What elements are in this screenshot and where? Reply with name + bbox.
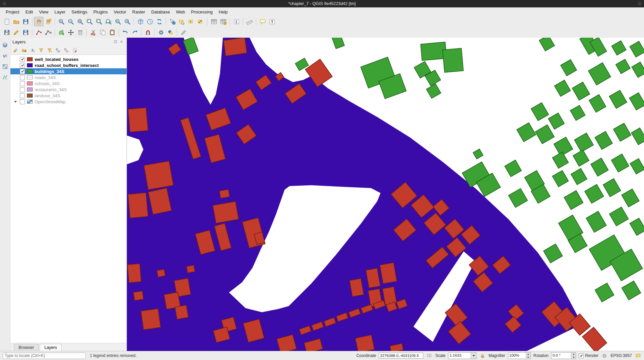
layer-visibility-checkbox[interactable]: [20, 57, 25, 62]
magnifier-spinbox[interactable]: [508, 352, 531, 359]
magnifier-up[interactable]: [526, 353, 531, 356]
zoom-full-button[interactable]: [85, 17, 94, 26]
rotation-input[interactable]: [551, 353, 571, 358]
render-checkbox-box[interactable]: [579, 353, 584, 358]
zoom-to-selection-button[interactable]: [94, 17, 104, 26]
layer-visibility-checkbox[interactable]: [20, 87, 25, 92]
layer-expander-icon[interactable]: [13, 99, 18, 104]
add-vector-layer-button[interactable]: V: [1, 52, 9, 60]
scale-input[interactable]: [448, 353, 471, 358]
layer-item-OpenStreetMap[interactable]: OpenStreetMap: [10, 99, 127, 105]
panel-tab-browser[interactable]: Browser: [14, 344, 39, 351]
deselect-all-button[interactable]: [196, 17, 205, 26]
layer-item-landuse_34S[interactable]: landuse_34S: [10, 93, 127, 99]
save-project-button[interactable]: [21, 17, 30, 26]
layer-item-roads_34S[interactable]: roads_34S: [10, 74, 127, 80]
open-attribute-table-button[interactable]: [209, 17, 218, 26]
menu-item-plugins[interactable]: Plugins: [90, 8, 111, 16]
refresh-button[interactable]: [155, 17, 164, 26]
temporal-control-button[interactable]: [145, 17, 155, 26]
layer-visibility-checkbox[interactable]: [20, 93, 25, 98]
pan-map-button[interactable]: [34, 17, 43, 26]
menu-item-edit[interactable]: Edit: [22, 8, 36, 16]
layer-item-well_located_houses[interactable]: well_located_houses: [10, 56, 127, 62]
select-features-button[interactable]: [177, 17, 187, 26]
render-checkbox[interactable]: Render: [579, 353, 598, 358]
panel-tab-layers[interactable]: Layers: [40, 344, 62, 351]
panel-close-button[interactable]: [118, 39, 125, 45]
delete-selected-button[interactable]: [75, 28, 85, 37]
new-3d-map-button[interactable]: [136, 17, 145, 26]
paste-features-button[interactable]: [107, 28, 117, 37]
menu-item-layer[interactable]: Layer: [52, 8, 69, 16]
zoom-to-layer-button[interactable]: [104, 17, 113, 26]
crs-icon[interactable]: [601, 352, 608, 359]
add-group-button[interactable]: [21, 46, 28, 54]
log-messages-icon[interactable]: [635, 352, 641, 359]
remove-layer-group-button[interactable]: [71, 46, 78, 54]
layer-item-buildings_34S[interactable]: buildings_34S: [10, 68, 127, 74]
filter-legend-button[interactable]: [37, 46, 45, 54]
add-polygon-feature-button[interactable]: [57, 28, 66, 37]
python-console-button[interactable]: [166, 28, 175, 37]
identify-features-button[interactable]: i: [168, 17, 177, 26]
add-mesh-layer-button[interactable]: [1, 73, 9, 81]
layer-item-road_school_buffers_intersect[interactable]: road_school_buffers_intersect: [10, 62, 127, 68]
redo-button[interactable]: [130, 28, 139, 37]
menu-item-settings[interactable]: Settings: [68, 8, 90, 16]
menu-item-view[interactable]: View: [36, 8, 52, 16]
map-canvas[interactable]: [127, 38, 644, 351]
text-annotation-button[interactable]: T: [267, 17, 277, 26]
open-project-button[interactable]: [11, 17, 21, 26]
layer-item-schools_34S[interactable]: schools_34S: [10, 80, 127, 86]
magnifier-down[interactable]: [526, 356, 531, 359]
expand-all-button[interactable]: [54, 46, 62, 54]
manage-map-themes-button[interactable]: [29, 46, 36, 54]
menu-item-project[interactable]: Project: [3, 8, 22, 16]
rotation-down[interactable]: [571, 356, 576, 359]
data-source-manager-button[interactable]: [1, 41, 9, 49]
menu-item-web[interactable]: Web: [173, 8, 188, 16]
filter-by-expression-button[interactable]: ε: [46, 46, 53, 54]
collapse-all-button[interactable]: [63, 46, 70, 54]
cut-features-button[interactable]: [89, 28, 98, 37]
new-project-button[interactable]: [2, 17, 11, 26]
zoom-last-button[interactable]: [113, 17, 123, 26]
snapping-options-button[interactable]: [143, 28, 152, 37]
pencil-annotation-button[interactable]: [179, 28, 188, 37]
menu-item-help[interactable]: Help: [216, 8, 231, 16]
scale-combo[interactable]: [448, 352, 476, 359]
toggle-editing-button[interactable]: [11, 28, 21, 37]
map-tips-button[interactable]: [258, 17, 267, 26]
menu-item-raster[interactable]: Raster: [129, 8, 148, 16]
layer-visibility-checkbox[interactable]: [20, 99, 25, 104]
layer-visibility-checkbox[interactable]: [20, 75, 25, 80]
add-raster-layer-button[interactable]: [1, 63, 9, 71]
zoom-in-button[interactable]: [57, 17, 66, 26]
current-edits-button[interactable]: [2, 28, 11, 37]
measure-line-button[interactable]: [245, 17, 254, 26]
menu-item-vector[interactable]: Vector: [111, 8, 129, 16]
processing-toolbox-button[interactable]: [156, 28, 166, 37]
undo-button[interactable]: [121, 28, 130, 37]
zoom-out-button[interactable]: [66, 17, 75, 26]
rotation-spinbox[interactable]: [551, 352, 576, 359]
pan-to-selection-button[interactable]: [43, 17, 53, 26]
vertex-tool-button[interactable]: [43, 28, 53, 37]
scale-lock-icon[interactable]: [479, 352, 486, 359]
copy-features-button[interactable]: [98, 28, 107, 37]
layer-visibility-checkbox[interactable]: [20, 63, 25, 68]
locate-input[interactable]: [3, 353, 86, 359]
select-by-expression-button[interactable]: ε: [187, 17, 196, 26]
open-layer-styling-button[interactable]: [12, 46, 20, 54]
field-calculator-button[interactable]: +: [218, 17, 228, 26]
magnifier-input[interactable]: [508, 353, 526, 358]
move-feature-button[interactable]: [66, 28, 75, 37]
zoom-next-button[interactable]: [123, 17, 132, 26]
statistical-summary-button[interactable]: Σ: [232, 17, 241, 26]
window-menu-icon[interactable]: [638, 2, 641, 5]
coordinate-input[interactable]: [379, 353, 423, 359]
menu-item-database[interactable]: Database: [148, 8, 173, 16]
layer-item-restaurants_34S[interactable]: restaurants_34S: [10, 86, 127, 93]
zoom-actual-button[interactable]: [75, 17, 85, 26]
